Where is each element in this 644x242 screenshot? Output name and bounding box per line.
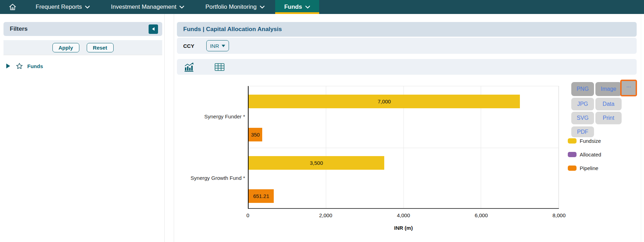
reset-button[interactable]: Reset	[87, 43, 114, 52]
x-tick-label: 4,000	[397, 212, 410, 218]
export-png-button[interactable]: PNG	[571, 82, 594, 96]
chevron-down-icon	[179, 6, 184, 9]
export-svg-button[interactable]: SVG	[571, 112, 594, 124]
chevron-down-icon	[260, 6, 265, 9]
nav-item-frequent-reports[interactable]: Frequent Reports	[25, 0, 100, 14]
bar-data-label: 350	[251, 132, 260, 138]
filters-header: Filters	[3, 22, 162, 36]
x-axis-title: INR (m)	[248, 225, 559, 231]
report-title: Funds | Capital Allocation Analysis	[183, 26, 282, 33]
collapse-sidebar-button[interactable]	[149, 24, 158, 34]
chevron-down-icon	[222, 45, 225, 47]
currency-value: INR	[210, 43, 219, 49]
nav-items: Frequent ReportsInvestment ManagementPor…	[25, 0, 319, 14]
legend-label: Pipeline	[580, 165, 598, 171]
app-window: Frequent ReportsInvestment ManagementPor…	[0, 0, 644, 242]
report-header: Funds | Capital Allocation Analysis	[177, 22, 637, 37]
chevron-left-icon	[151, 27, 156, 31]
chevron-down-icon	[85, 6, 90, 9]
gridline	[558, 86, 559, 208]
chart-view-button[interactable]	[184, 62, 195, 72]
currency-label: CCY	[183, 43, 194, 49]
nav-item-label: Investment Management	[111, 3, 176, 10]
apply-button[interactable]: Apply	[52, 43, 79, 52]
home-icon	[8, 3, 17, 11]
filter-actions-row: Apply Reset	[3, 40, 162, 55]
export-pdf-button[interactable]: PDF	[571, 126, 594, 137]
filters-sidebar: Filters Apply Reset Funds	[0, 14, 165, 242]
legend-swatch	[568, 138, 577, 144]
legend-item-fundsize[interactable]: Fundsize	[568, 138, 601, 144]
main-panel: Funds | Capital Allocation Analysis CCY …	[174, 14, 641, 242]
bar-fundsize: 7,000	[249, 95, 520, 108]
bar-fundsize: 3,500	[249, 156, 384, 170]
bar-data-label: 7,000	[378, 98, 391, 104]
context-menu-button[interactable]: ...	[620, 80, 637, 96]
nav-item-label: Funds	[284, 3, 302, 10]
nav-item-label: Portfolio Monitoring	[205, 3, 256, 10]
bar-chart-icon	[184, 62, 195, 72]
expand-caret-icon[interactable]	[6, 64, 10, 68]
view-toggle-row	[177, 59, 637, 75]
legend-label: Allocated	[580, 152, 601, 157]
category-label: Synergy Funder *	[175, 113, 245, 120]
bar-data-label: 3,500	[310, 160, 323, 166]
gridline	[249, 148, 559, 148]
filters-title: Filters	[10, 25, 149, 32]
bar-data-label: 651.21	[253, 193, 269, 199]
x-tick-label: 8,000	[552, 212, 566, 218]
export-print-button[interactable]: Print	[595, 112, 622, 124]
plot-area: 7,0003503,500651.21	[248, 86, 559, 209]
x-tick-label: 0	[246, 212, 249, 218]
x-tick-label: 6,000	[475, 212, 488, 218]
nav-item-funds[interactable]: Funds	[275, 0, 319, 14]
currency-row: CCY INR	[177, 38, 637, 54]
chart-area: 7,0003503,500651.21 Synergy Funder *Syne…	[174, 75, 641, 242]
legend-item-allocated[interactable]: Allocated	[568, 152, 601, 157]
legend-item-pipeline[interactable]: Pipeline	[568, 165, 598, 171]
export-data-button[interactable]: Data	[595, 98, 622, 110]
tree-item-label[interactable]: Funds	[27, 63, 43, 69]
home-button[interactable]	[0, 0, 25, 14]
legend-swatch	[568, 166, 577, 171]
nav-item-portfolio-monitoring[interactable]: Portfolio Monitoring	[195, 0, 275, 14]
currency-dropdown[interactable]: INR	[206, 40, 229, 51]
bar-pipeline: 651.21	[249, 189, 274, 203]
legend-swatch	[568, 152, 577, 157]
legend-label: Fundsize	[580, 138, 601, 144]
bar-pipeline: 350	[249, 128, 262, 141]
table-grid-icon	[214, 63, 225, 72]
category-label: Synergy Growth Fund *	[175, 175, 245, 182]
export-image-button[interactable]: Image	[595, 82, 622, 96]
top-nav-bar: Frequent ReportsInvestment ManagementPor…	[0, 0, 644, 14]
export-jpg-button[interactable]: JPG	[571, 98, 594, 110]
table-view-button[interactable]	[214, 63, 225, 72]
favorite-star-icon[interactable]	[16, 63, 23, 70]
nav-item-label: Frequent Reports	[36, 3, 82, 10]
chevron-down-icon	[305, 6, 310, 9]
x-tick-label: 2,000	[319, 212, 332, 218]
vertical-scrollbar-track[interactable]	[641, 14, 644, 242]
nav-item-investment-management[interactable]: Investment Management	[100, 0, 195, 14]
tree-item-funds[interactable]: Funds	[0, 61, 164, 71]
